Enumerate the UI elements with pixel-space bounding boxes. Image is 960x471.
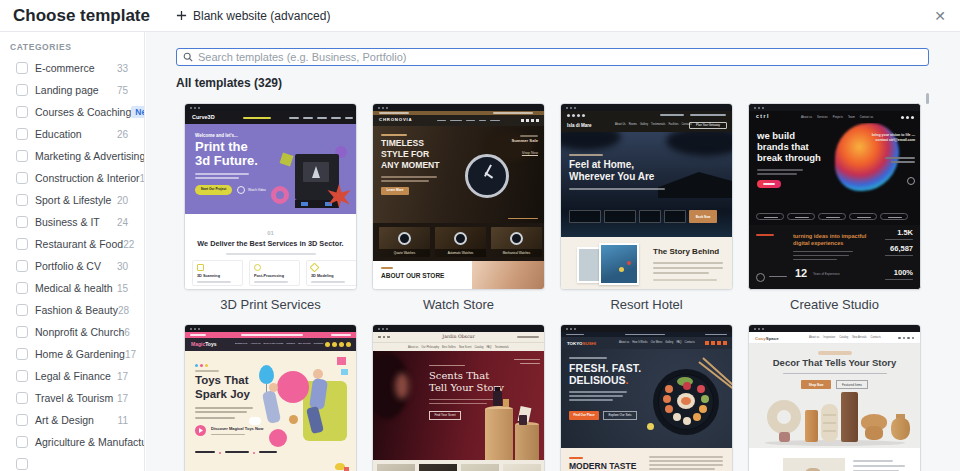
sidebar-item-home-gardening[interactable]: Home & Gardening17 xyxy=(0,343,144,365)
t4-stat4: 100% xyxy=(894,269,913,278)
t2-watch-illustration xyxy=(465,154,509,198)
checkbox[interactable] xyxy=(16,260,28,272)
sidebar-item-partial[interactable] xyxy=(0,453,144,471)
template-thumb-perfume[interactable]: Jardin Obscur About usOur PhilosophyBest… xyxy=(372,324,545,471)
template-thumb-sushi[interactable]: TOKYOSUSHI About usHow It WorksOur MenuG… xyxy=(560,324,733,471)
browser-bar xyxy=(185,104,356,111)
t3-topbar xyxy=(561,111,732,119)
sidebar-item-travel-tourism[interactable]: Travel & Tourism17 xyxy=(0,387,144,409)
t4-social-icons xyxy=(901,116,914,119)
t1-nav: Curve3D xyxy=(185,111,356,124)
t3-logo: Isla di Mare xyxy=(567,123,592,128)
template-thumb-creative-studio[interactable]: ctrl About usServicesProjectsTeamContact… xyxy=(748,103,921,290)
sidebar-item-legal-finance[interactable]: Legal & Finance17 xyxy=(0,365,144,387)
sidebar-item-fashion-beauty[interactable]: Fashion & Beauty28 xyxy=(0,299,144,321)
sidebar-item-nonprofit-church[interactable]: Nonprofit & Church6 xyxy=(0,321,144,343)
sidebar-item-business-it[interactable]: Business & IT24 xyxy=(0,211,144,233)
template-thumb-toys[interactable]: MagicToys BestsellersAbout UsDeal of the… xyxy=(184,324,357,471)
checkbox[interactable] xyxy=(16,304,28,316)
sidebar-item-agriculture-manufacturing[interactable]: Agriculture & Manufacturing9 xyxy=(0,431,144,453)
t1-section-number: 01 xyxy=(185,230,356,237)
template-card-decor: CosySpace About usInspirationCatalogNew … xyxy=(748,324,921,471)
checkbox[interactable] xyxy=(16,84,28,96)
checkbox[interactable] xyxy=(16,392,28,404)
checkbox[interactable] xyxy=(16,106,28,118)
plus-icon xyxy=(176,10,187,21)
t5-nav: MagicToys BestsellersAbout UsDeal of the… xyxy=(185,338,356,351)
sidebar-item-landing-page[interactable]: Landing page75 xyxy=(0,79,144,101)
t2-categories-section: Quartz Watches Automatic Watches Mechani… xyxy=(373,223,544,261)
checkbox[interactable] xyxy=(16,216,28,228)
checkbox[interactable] xyxy=(16,348,28,360)
t7-logo: TOKYOSUSHI xyxy=(567,341,596,346)
template-card-perfume: Jardin Obscur About usOur PhilosophyBest… xyxy=(372,324,545,471)
scrollbar-thumb[interactable] xyxy=(926,93,929,104)
sidebar-item-education[interactable]: Education26 xyxy=(0,123,144,145)
t7-sushi-platter-illustration xyxy=(653,365,725,441)
sidebar-item-portfolio-cv[interactable]: Portfolio & CV30 xyxy=(0,255,144,277)
checkbox[interactable] xyxy=(16,414,28,426)
template-name: Creative Studio xyxy=(748,297,921,312)
template-thumb-3d-print-services[interactable]: Curve3D Welcome and let's... Print the 3… xyxy=(184,103,357,290)
t7-nav: TOKYOSUSHI About usHow It WorksOur MenuG… xyxy=(561,337,732,349)
checkbox[interactable] xyxy=(16,326,28,338)
t3-hero-title1: Feel at Home, xyxy=(569,159,634,171)
t8-bottom-section xyxy=(749,448,920,471)
t8-logo: CosySpace xyxy=(755,336,779,341)
t1-hero: Welcome and let's... Print the 3d Future… xyxy=(185,124,356,214)
blank-website-label: Blank website (advanced) xyxy=(193,9,330,23)
template-thumb-watch-store[interactable]: CHRONOVIA TIMELESS STYLE FOR ANY M xyxy=(372,103,545,290)
t4-nav: ctrl About usServicesProjectsTeamContact… xyxy=(749,111,920,123)
t4-stats-section: turning ideas into impactful digital exp… xyxy=(749,225,920,290)
checkbox[interactable] xyxy=(16,128,28,140)
t8-social-icons xyxy=(898,337,914,340)
sidebar-item-art-design[interactable]: Art & Design11 xyxy=(0,409,144,431)
t4-stat1: 1.5K xyxy=(897,229,913,238)
checkbox[interactable] xyxy=(16,436,28,448)
sidebar-item-construction-interior[interactable]: Construction & Interior16 xyxy=(0,167,144,189)
checkbox[interactable] xyxy=(16,370,28,382)
t1-cta-button: Start Our Project xyxy=(195,185,232,195)
t2-promo-kicker: Summer Sale xyxy=(511,139,538,144)
t2-promo-link: Shop Now xyxy=(522,151,538,155)
t6-products-strip xyxy=(373,460,544,471)
t4-section-title2: digital experiences xyxy=(793,240,843,246)
checkbox[interactable] xyxy=(16,194,28,206)
checkbox[interactable] xyxy=(16,62,28,74)
sidebar-item-ecommerce[interactable]: E-commerce33 xyxy=(0,57,144,79)
t1-services-section: 01 We Deliver the Best Services in 3D Se… xyxy=(185,214,356,290)
template-thumb-resort-hotel[interactable]: Isla di Mare About UsRoomsGalleryTestimo… xyxy=(560,103,733,290)
t4-stat3: 12 xyxy=(795,267,807,280)
sidebar-item-courses-coaching[interactable]: Courses & CoachingNew8 xyxy=(0,101,144,123)
t3-booking-bar: Book Now xyxy=(569,210,717,223)
template-card-resort-hotel: Isla di Mare About UsRoomsGalleryTestimo… xyxy=(560,103,733,324)
t7-nav-links: About usHow It WorksOur MenuGalleryFAQCo… xyxy=(619,342,695,345)
checkbox[interactable] xyxy=(16,282,28,294)
t3-nav-links: About UsRoomsGalleryTestimonialsFaciliti… xyxy=(615,124,692,127)
sidebar-item-marketing-advertising[interactable]: Marketing & Advertising25 xyxy=(0,145,144,167)
t4-hero: we build brands that break through bring… xyxy=(749,123,920,211)
sidebar-item-sport-lifestyle[interactable]: Sport & Lifestyle20 xyxy=(0,189,144,211)
checkbox[interactable] xyxy=(16,238,28,250)
sidebar-item-restaurant-food[interactable]: Restaurant & Food22 xyxy=(0,233,144,255)
search-input[interactable] xyxy=(198,51,922,63)
t3-hero: Feel at Home, Wherever You Are Book Now xyxy=(561,132,732,237)
checkbox[interactable] xyxy=(16,458,28,470)
t3-story-section: The Story Behind xyxy=(561,237,732,290)
t5-play-icon xyxy=(195,425,206,436)
browser-bar xyxy=(561,104,732,111)
checkbox[interactable] xyxy=(16,150,28,162)
template-thumb-decor[interactable]: CosySpace About usInspirationCatalogNew … xyxy=(748,324,921,471)
all-templates-heading: All templates (329) xyxy=(176,76,282,90)
t4-stat3-label: Years of Experience xyxy=(813,272,841,276)
sidebar-item-medical-health[interactable]: Medical & health15 xyxy=(0,277,144,299)
t5-social-icons xyxy=(325,342,351,347)
template-name: 3D Print Services xyxy=(184,297,357,312)
close-icon[interactable]: ✕ xyxy=(930,6,950,26)
dialog-header: Choose template Blank website (advanced)… xyxy=(0,0,960,32)
blank-website-button[interactable]: Blank website (advanced) xyxy=(176,0,330,31)
t4-section-title1: turning ideas into impactful xyxy=(793,233,866,239)
checkbox[interactable] xyxy=(16,172,28,184)
t5-hero-title1: Toys That xyxy=(195,374,248,387)
t6-header: Jardin Obscur xyxy=(373,332,544,342)
